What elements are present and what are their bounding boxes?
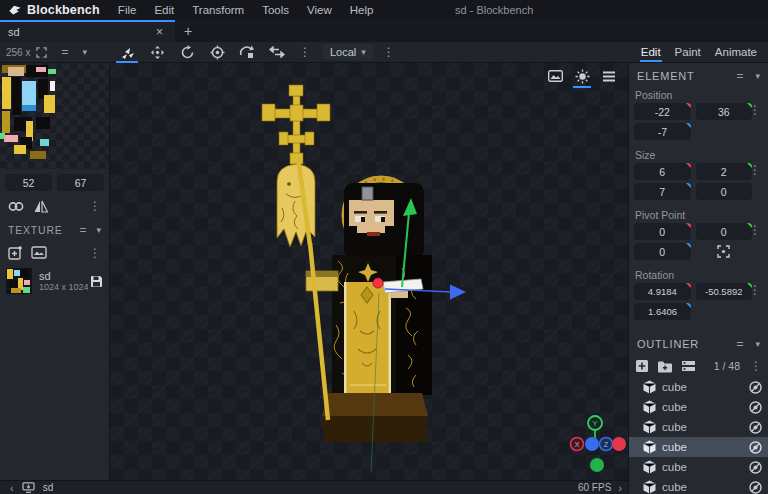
element-panel-title: ELEMENT bbox=[637, 70, 736, 82]
element-chevron-down-icon[interactable]: ▾ bbox=[755, 71, 760, 81]
move-tool-icon[interactable] bbox=[144, 42, 170, 62]
move-gizmo-tool-icon[interactable] bbox=[114, 42, 140, 62]
texture-slider-icon[interactable]: = bbox=[79, 223, 86, 237]
outliner-item-label: cube bbox=[662, 441, 687, 453]
uv-coordinate-fields: 52 67 bbox=[0, 169, 109, 195]
outliner-selection-counter: 1 / 48 bbox=[714, 360, 740, 372]
outliner-row-cube[interactable]: cube bbox=[629, 457, 768, 477]
menu-edit[interactable]: Edit bbox=[146, 2, 182, 18]
texture-name: sd bbox=[39, 270, 83, 282]
create-texture-icon[interactable] bbox=[8, 245, 23, 260]
pivot-z-field[interactable]: 0 bbox=[634, 243, 691, 260]
project-tab-sd[interactable]: sd × bbox=[0, 20, 175, 42]
project-tab-label: sd bbox=[8, 26, 152, 38]
outliner-view-toggle-icon[interactable] bbox=[681, 360, 696, 372]
menu-transform[interactable]: Transform bbox=[184, 2, 252, 18]
menu-view[interactable]: View bbox=[299, 2, 340, 18]
texture-resolution: 1024 x 1024 bbox=[39, 282, 89, 292]
size-x-field[interactable]: 6 bbox=[634, 163, 691, 180]
pivot-tool-icon[interactable] bbox=[204, 42, 230, 62]
outliner-slider-icon[interactable]: = bbox=[736, 337, 743, 351]
visibility-eye-icon[interactable] bbox=[749, 481, 762, 494]
import-texture-icon[interactable] bbox=[31, 246, 47, 259]
texture-panel-header: TEXTURE = ▾ bbox=[0, 215, 109, 241]
rotation-x-field[interactable]: 4.9184 bbox=[634, 283, 691, 300]
cube-icon bbox=[643, 480, 656, 494]
transform-space-select[interactable]: Local ▾ bbox=[322, 44, 374, 60]
status-expand-icon[interactable]: › bbox=[618, 482, 622, 494]
rotation-overflow-icon[interactable]: ⋮ bbox=[744, 283, 766, 297]
uv-v-field[interactable]: 67 bbox=[57, 174, 104, 191]
mode-tab-animate[interactable]: Animate bbox=[710, 44, 762, 61]
visibility-eye-icon[interactable] bbox=[749, 401, 762, 414]
new-tab-button[interactable]: + bbox=[175, 20, 201, 42]
texture-panel-title: TEXTURE bbox=[8, 224, 79, 236]
position-overflow-icon[interactable]: ⋮ bbox=[744, 103, 766, 117]
outliner-item-label: cube bbox=[662, 421, 687, 433]
viewport-menu-icon[interactable] bbox=[600, 67, 618, 85]
view-axis-gizmo[interactable]: Y X Z bbox=[565, 413, 628, 477]
uv-chevron-down-icon[interactable]: ▾ bbox=[82, 47, 87, 57]
add-cube-icon[interactable] bbox=[635, 359, 649, 373]
outliner-row-cube[interactable]: cube bbox=[629, 397, 768, 417]
outliner-row-cube[interactable]: cube bbox=[629, 417, 768, 437]
visibility-eye-icon[interactable] bbox=[749, 461, 762, 474]
position-x-field[interactable]: -22 bbox=[634, 103, 691, 120]
position-z-field[interactable]: -7 bbox=[634, 123, 691, 140]
cube-icon bbox=[643, 380, 656, 394]
svg-text:X: X bbox=[574, 440, 579, 449]
link-uv-icon[interactable] bbox=[8, 200, 24, 213]
tab-close-icon[interactable]: × bbox=[152, 25, 167, 39]
rotation-z-field[interactable]: 1.6406 bbox=[634, 303, 691, 320]
uv-texture-preview[interactable] bbox=[0, 63, 109, 169]
mode-tabs: Edit Paint Animate bbox=[636, 44, 768, 61]
menu-tools[interactable]: Tools bbox=[254, 2, 297, 18]
background-image-icon[interactable] bbox=[546, 67, 564, 85]
mode-tab-paint[interactable]: Paint bbox=[670, 44, 706, 61]
menu-file[interactable]: File bbox=[110, 2, 145, 18]
size-overflow-icon[interactable]: ⋮ bbox=[744, 163, 766, 177]
project-tabbar: sd × + bbox=[0, 20, 768, 42]
center-pivot-icon[interactable] bbox=[717, 245, 730, 258]
rotation-section: Rotation 4.9184 -50.5892 1.6406 ⋮ bbox=[629, 267, 768, 327]
outliner-item-label: cube bbox=[662, 481, 687, 493]
rotate-tool-icon[interactable] bbox=[174, 42, 200, 62]
viewport-3d[interactable]: Y X Z bbox=[110, 63, 628, 480]
stretch-tool-icon[interactable] bbox=[264, 42, 290, 62]
expand-icon[interactable] bbox=[36, 47, 47, 58]
pivot-overflow-icon[interactable]: ⋮ bbox=[744, 223, 766, 237]
visibility-eye-icon[interactable] bbox=[749, 441, 762, 454]
outliner-row-cube-selected[interactable]: cube bbox=[629, 437, 768, 457]
uv-overflow-icon[interactable]: ⋮ bbox=[89, 199, 101, 213]
toolbar-overflow-icon[interactable]: ⋮ bbox=[294, 45, 316, 59]
menu-help[interactable]: Help bbox=[342, 2, 382, 18]
mirror-uv-icon[interactable] bbox=[34, 200, 48, 213]
texture-list-item[interactable]: sd 1024 x 1024 bbox=[0, 264, 109, 298]
size-z-field[interactable]: 7 bbox=[634, 183, 691, 200]
texture-overflow-icon[interactable]: ⋮ bbox=[89, 246, 101, 260]
window-title: sd - Blockbench bbox=[455, 0, 533, 20]
outliner-chevron-down-icon[interactable]: ▾ bbox=[755, 339, 760, 349]
save-texture-icon[interactable] bbox=[90, 275, 103, 288]
outliner-row-cube[interactable]: cube bbox=[629, 477, 768, 494]
toolbar-overflow2-icon[interactable]: ⋮ bbox=[378, 45, 400, 59]
status-collapse-icon[interactable]: ‹ bbox=[10, 482, 14, 494]
add-group-icon[interactable] bbox=[657, 360, 673, 373]
size-stretch-field[interactable]: 0 bbox=[696, 183, 753, 200]
uv-u-field[interactable]: 52 bbox=[5, 174, 52, 191]
visibility-eye-icon[interactable] bbox=[749, 421, 762, 434]
vertex-snap-tool-icon[interactable] bbox=[234, 42, 260, 62]
left-sidebar: 52 67 ⋮ bbox=[0, 63, 110, 480]
outliner-row-cube[interactable]: cube bbox=[629, 377, 768, 397]
right-panel: ELEMENT = ▾ Position -22 36 -7 ⋮ Size 6 bbox=[628, 63, 768, 494]
pivot-x-field[interactable]: 0 bbox=[634, 223, 691, 240]
pivot-section: Pivot Point 0 0 0 ⋮ bbox=[629, 207, 768, 267]
texture-chevron-down-icon[interactable]: ▾ bbox=[96, 225, 101, 235]
shading-sun-icon[interactable] bbox=[573, 67, 591, 85]
visibility-eye-icon[interactable] bbox=[749, 381, 762, 394]
element-slider-icon[interactable]: = bbox=[736, 69, 743, 83]
outliner-overflow-icon[interactable]: ⋮ bbox=[748, 359, 762, 373]
mode-tab-edit[interactable]: Edit bbox=[636, 44, 666, 61]
export-monitor-icon[interactable] bbox=[22, 482, 35, 493]
uv-slider-icon[interactable]: = bbox=[61, 45, 68, 59]
